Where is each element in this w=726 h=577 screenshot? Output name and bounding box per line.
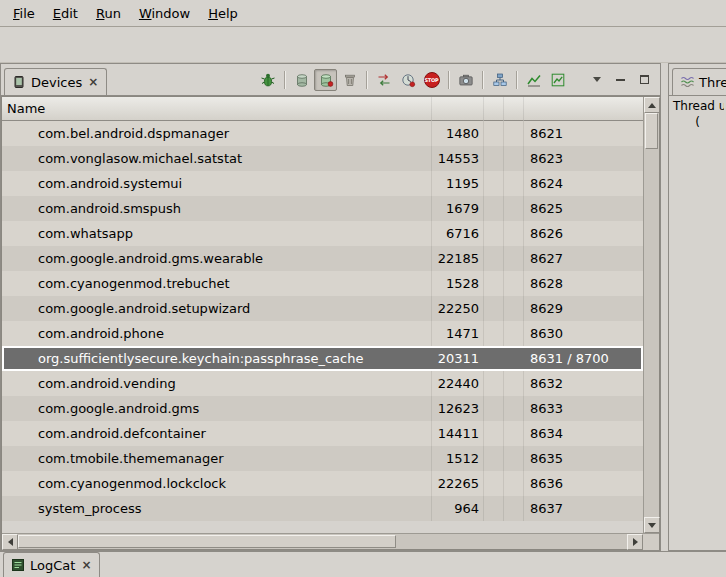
capture-systrace-icon [526, 72, 542, 88]
bottom-bar: LogCat × [0, 551, 726, 577]
menu-help[interactable]: Help [199, 3, 247, 24]
update-threads-button[interactable] [372, 69, 395, 91]
menu-edit[interactable]: Edit [44, 3, 87, 24]
horizontal-scroll-thumb[interactable] [18, 535, 396, 548]
table-row[interactable]: com.tmobile.thememanager 1512 8635 [2, 446, 643, 471]
process-port: 8624 [524, 171, 643, 196]
view-menu-button[interactable] [585, 69, 608, 91]
scroll-down-button[interactable] [644, 517, 660, 533]
tab-devices[interactable]: Devices × [4, 68, 107, 96]
application-window: File Edit Run Window Help Devices × [0, 0, 726, 577]
process-name: com.tmobile.thememanager [2, 446, 432, 471]
table-row[interactable]: com.android.vending 22440 8632 [2, 371, 643, 396]
table-row[interactable]: com.android.phone 1471 8630 [2, 321, 643, 346]
table-row[interactable]: com.android.defcontainer 14411 8634 [2, 421, 643, 446]
tab-threads[interactable]: Threads [672, 68, 726, 96]
devices-panel: Devices × [0, 63, 661, 551]
menubar: File Edit Run Window Help [0, 0, 726, 27]
process-port: 8626 [524, 221, 643, 246]
close-devices-tab-icon[interactable]: × [87, 76, 99, 88]
maximize-button[interactable] [633, 69, 656, 91]
process-port: 8630 [524, 321, 643, 346]
process-pid: 964 [432, 496, 484, 521]
process-pid: 12623 [432, 396, 484, 421]
process-name: com.google.android.gms.wearable [2, 246, 432, 271]
stop-process-icon: STOP [424, 72, 440, 88]
tab-logcat[interactable]: LogCat × [3, 552, 100, 577]
horizontal-scrollbar[interactable] [2, 533, 659, 549]
minimize-icon [616, 79, 625, 81]
menu-run[interactable]: Run [87, 3, 130, 24]
main-area: Devices × [0, 63, 726, 551]
debug-process-button[interactable] [256, 69, 279, 91]
process-pid: 22250 [432, 296, 484, 321]
capture-systrace-button[interactable] [522, 69, 545, 91]
stop-process-button[interactable]: STOP [420, 69, 443, 91]
panel-sash[interactable] [661, 63, 668, 551]
scroll-up-button[interactable] [644, 97, 660, 113]
column-header-2[interactable] [504, 97, 524, 121]
process-port: 8637 [524, 496, 643, 521]
process-port: 8621 [524, 121, 643, 146]
device-icon [12, 75, 26, 89]
column-header-port[interactable] [524, 97, 643, 121]
menu-window[interactable]: Window [130, 3, 199, 24]
table-row[interactable]: com.google.android.gms.wearable 22185 86… [2, 246, 643, 271]
process-pid: 20311 [432, 346, 484, 371]
table-row[interactable]: com.google.android.gms 12623 8633 [2, 396, 643, 421]
process-cell-empty-2 [504, 171, 524, 196]
table-row[interactable]: system_process 964 8637 [2, 496, 643, 521]
process-pid: 1512 [432, 446, 484, 471]
scroll-down-icon [648, 523, 656, 528]
column-header-name[interactable]: Name [2, 97, 432, 121]
process-cell-empty-1 [484, 446, 504, 471]
process-cell-empty-1 [484, 371, 504, 396]
screen-capture-button[interactable] [454, 69, 477, 91]
table-row[interactable]: com.cyanogenmod.trebuchet 1528 8628 [2, 271, 643, 296]
process-port: 8623 [524, 146, 643, 171]
column-header-1[interactable] [484, 97, 504, 121]
process-cell-empty-1 [484, 121, 504, 146]
table-row[interactable]: com.android.systemui 1195 8624 [2, 171, 643, 196]
process-cell-empty-2 [504, 446, 524, 471]
process-pid: 22440 [432, 371, 484, 396]
vertical-scroll-thumb[interactable] [645, 113, 658, 149]
close-logcat-tab-icon[interactable]: × [80, 559, 92, 571]
process-cell-empty-1 [484, 396, 504, 421]
process-cell-empty-2 [504, 296, 524, 321]
process-cell-empty-2 [504, 471, 524, 496]
devices-tabbar: Devices × [1, 64, 660, 96]
table-row[interactable]: org.sufficientlysecure.keychain:passphra… [2, 346, 643, 371]
scroll-right-button[interactable] [627, 534, 643, 550]
cause-gc-button[interactable] [338, 69, 361, 91]
process-cell-empty-1 [484, 496, 504, 521]
start-method-profiling-button[interactable] [396, 69, 419, 91]
table-row[interactable]: com.bel.android.dspmanager 1480 8621 [2, 121, 643, 146]
table-row[interactable]: com.whatsapp 6716 8626 [2, 221, 643, 246]
minimize-button[interactable] [609, 69, 632, 91]
scroll-left-button[interactable] [2, 534, 18, 550]
device-rows: com.bel.android.dspmanager 1480 8621 com… [2, 121, 643, 533]
dump-hprof-button[interactable] [314, 69, 337, 91]
menu-file[interactable]: File [4, 3, 44, 24]
dump-view-hierarchy-button[interactable] [488, 69, 511, 91]
scroll-up-icon [648, 103, 656, 108]
start-opengl-trace-button[interactable] [546, 69, 569, 91]
process-name: com.cyanogenmod.lockclock [2, 471, 432, 496]
vertical-scrollbar[interactable] [643, 97, 659, 533]
process-port: 8627 [524, 246, 643, 271]
table-row[interactable]: com.cyanogenmod.lockclock 22265 8636 [2, 471, 643, 496]
horizontal-scroll-track[interactable] [18, 534, 627, 549]
process-name: com.android.phone [2, 321, 432, 346]
process-cell-empty-2 [504, 346, 524, 371]
process-cell-empty-1 [484, 221, 504, 246]
table-row[interactable]: com.vonglasow.michael.satstat 14553 8623 [2, 146, 643, 171]
vertical-scroll-track[interactable] [644, 113, 659, 517]
column-header-pid[interactable] [432, 97, 484, 121]
table-row[interactable]: com.google.android.setupwizard 22250 862… [2, 296, 643, 321]
process-port: 8633 [524, 396, 643, 421]
table-row[interactable]: com.android.smspush 1679 8625 [2, 196, 643, 221]
process-pid: 1471 [432, 321, 484, 346]
update-heap-button[interactable] [290, 69, 313, 91]
process-port: 8632 [524, 371, 643, 396]
